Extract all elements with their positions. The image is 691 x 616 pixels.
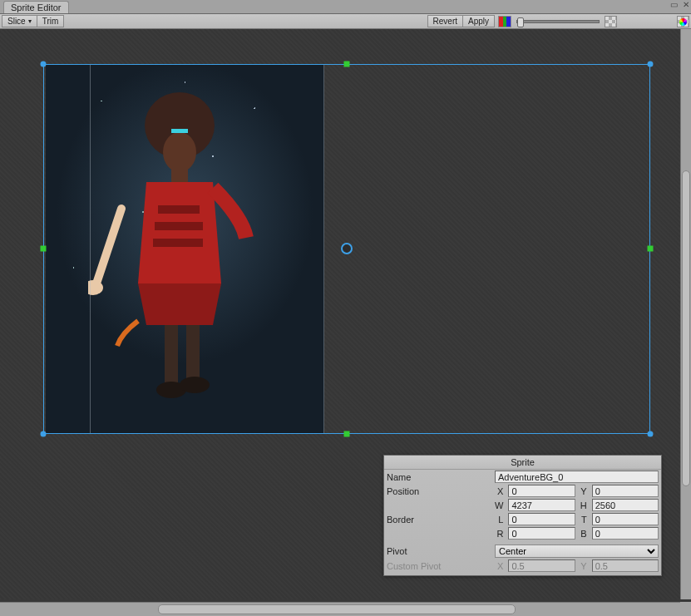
handle-top-left[interactable] — [41, 62, 47, 67]
revert-button-label: Revert — [433, 17, 457, 26]
pivot-label: Pivot — [384, 544, 492, 559]
border-b-field[interactable] — [592, 527, 659, 540]
titlebar: Sprite Editor ▭ ✕ — [0, 0, 691, 14]
toolbar: Slice ▾ Trim Revert Apply — [0, 14, 691, 29]
custom-pivot-label: Custom Pivot — [384, 559, 492, 573]
border-r-label: R — [492, 526, 506, 540]
pivot-select[interactable]: Center — [495, 545, 659, 558]
pos-w-field[interactable] — [508, 499, 575, 511]
chevron-down-icon: ▾ — [28, 17, 32, 25]
window-tab[interactable]: Sprite Editor — [3, 1, 69, 13]
vertical-scrollbar-thumb[interactable] — [682, 170, 690, 486]
scrollbar-corner — [680, 602, 691, 616]
color-picker-icon[interactable] — [677, 16, 689, 27]
pos-x-label: X — [492, 484, 506, 498]
slice-button[interactable]: Slice ▾ — [2, 15, 37, 27]
handle-right-mid[interactable] — [648, 246, 654, 252]
handle-left-mid[interactable] — [41, 246, 47, 252]
slice-button-label: Slice — [7, 17, 26, 26]
revert-button[interactable]: Revert — [427, 15, 463, 27]
border-r-field[interactable] — [508, 527, 575, 540]
border-t-field[interactable] — [592, 513, 659, 525]
position-label: Position — [384, 484, 492, 498]
apply-button-label: Apply — [468, 17, 489, 26]
handle-bottom-left[interactable] — [41, 431, 47, 437]
handle-top-mid[interactable] — [344, 62, 350, 67]
window-tab-label: Sprite Editor — [11, 2, 62, 12]
handle-bottom-right[interactable] — [648, 431, 654, 437]
handle-bottom-mid[interactable] — [344, 431, 350, 437]
alpha-toggle[interactable] — [605, 16, 617, 27]
border-label: Border — [384, 512, 492, 526]
rgb-channel-toggle[interactable] — [498, 16, 511, 27]
canvas[interactable]: Sprite Name Position X Y W H Border — [0, 29, 680, 599]
name-field[interactable] — [495, 471, 659, 483]
handle-top-right[interactable] — [648, 62, 654, 67]
pos-y-label: Y — [578, 484, 590, 498]
custom-y-field — [592, 559, 659, 572]
pos-h-field[interactable] — [592, 499, 659, 511]
mip-slider[interactable] — [516, 20, 600, 23]
apply-button[interactable]: Apply — [463, 15, 495, 27]
pos-h-label: H — [578, 498, 590, 512]
trim-button[interactable]: Trim — [37, 15, 65, 27]
vertical-scrollbar[interactable] — [680, 29, 691, 599]
border-b-label: B — [578, 526, 590, 540]
trim-button-label: Trim — [42, 17, 59, 26]
detach-icon[interactable]: ▭ — [670, 0, 678, 9]
sprite-inspector-panel: Sprite Name Position X Y W H Border — [383, 455, 662, 576]
close-icon[interactable]: ✕ — [683, 0, 689, 9]
horizontal-scrollbar[interactable] — [0, 602, 680, 616]
pivot-handle[interactable] — [341, 243, 353, 254]
pos-w-label: W — [492, 498, 506, 512]
horizontal-scrollbar-thumb[interactable] — [158, 604, 516, 614]
mip-slider-knob[interactable] — [517, 17, 524, 27]
pos-y-field[interactable] — [592, 485, 659, 497]
pos-x-field[interactable] — [508, 485, 575, 497]
custom-y-label: Y — [578, 559, 590, 573]
border-t-label: T — [578, 512, 590, 526]
name-label: Name — [384, 470, 492, 484]
inspector-header: Sprite — [384, 456, 661, 470]
border-l-label: L — [492, 512, 506, 526]
border-l-field[interactable] — [508, 513, 575, 525]
custom-x-field — [508, 559, 575, 572]
custom-x-label: X — [492, 559, 506, 573]
